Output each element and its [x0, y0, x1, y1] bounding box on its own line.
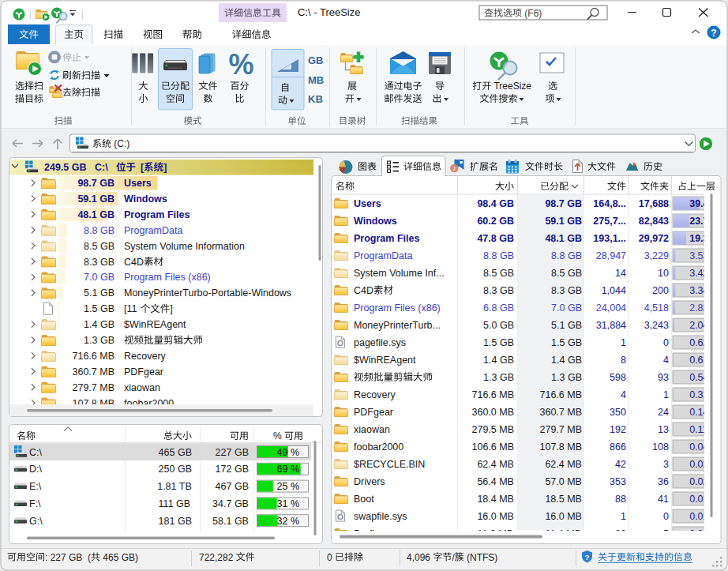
svg-text:System Volume Information: System Volume Information	[124, 241, 245, 252]
svg-text:0: 0	[663, 511, 669, 522]
svg-text:249.5 GB: 249.5 GB	[44, 162, 87, 173]
svg-text:14: 14	[615, 268, 626, 279]
svg-text:279.7 MB: 279.7 MB	[540, 424, 583, 435]
svg-text:4,096: 4,096	[407, 552, 433, 563]
svg-text:3,243: 3,243	[644, 320, 669, 331]
svg-text:8.8 GB: 8.8 GB	[84, 225, 114, 236]
svg-text:4,518: 4,518	[644, 302, 669, 314]
svg-text:swapfile.sys: swapfile.sys	[354, 511, 407, 522]
svg-text:31,884: 31,884	[596, 320, 626, 331]
svg-text:34.7 GB: 34.7 GB	[212, 498, 249, 509]
svg-text:4: 4	[663, 355, 669, 366]
svg-text:C:\: C:\	[95, 162, 108, 173]
svg-text:200: 200	[652, 285, 669, 296]
svg-text:?: ?	[711, 28, 716, 39]
svg-text:C4D: C4D	[354, 285, 373, 296]
svg-text:Recovery: Recovery	[354, 389, 396, 400]
svg-text:29,972: 29,972	[639, 233, 669, 244]
svg-text:8.8 GB: 8.8 GB	[551, 250, 582, 261]
svg-text:E:\: E:\	[29, 481, 42, 492]
svg-text:1.3 GB: 1.3 GB	[84, 335, 114, 346]
svg-text:10: 10	[658, 268, 669, 279]
svg-text:98.4 GB: 98.4 GB	[477, 198, 514, 209]
svg-text:193,1...: 193,1...	[593, 233, 626, 244]
svg-text:%: %	[228, 48, 253, 81]
svg-text:250 GB: 250 GB	[159, 464, 192, 475]
svg-text:1.4 GB: 1.4 GB	[551, 355, 582, 366]
svg-text:Program Files (x86): Program Files (x86)	[354, 302, 441, 314]
svg-text:[11: [11	[124, 303, 140, 314]
svg-text:13: 13	[658, 424, 669, 435]
svg-text:465 GB: 465 GB	[159, 447, 192, 458]
svg-text:1.3 GB: 1.3 GB	[551, 372, 582, 383]
svg-text:279.7 MB: 279.7 MB	[73, 382, 115, 393]
svg-text:Program Files (x86): Program Files (x86)	[124, 272, 211, 283]
svg-text:1.5 GB: 1.5 GB	[483, 337, 514, 348]
svg-text:192: 192	[610, 424, 626, 435]
svg-text:8.5 GB: 8.5 GB	[483, 268, 514, 279]
svg-text:28,947: 28,947	[596, 250, 626, 261]
svg-text:16.0 MB: 16.0 MB	[545, 511, 582, 522]
svg-text:]: ]	[163, 162, 167, 173]
svg-text:Windows: Windows	[124, 193, 167, 205]
svg-text:57.0 MB: 57.0 MB	[545, 476, 582, 487]
svg-text:18.5 MB: 18.5 MB	[545, 494, 582, 505]
svg-text:5.1 GB: 5.1 GB	[84, 287, 114, 299]
svg-text:8.5 GB: 8.5 GB	[84, 241, 114, 252]
svg-text:8.3 GB: 8.3 GB	[483, 285, 514, 296]
svg-text:4: 4	[621, 389, 626, 400]
svg-text:1.81 TB: 1.81 TB	[157, 481, 192, 492]
svg-text:56.4 MB: 56.4 MB	[477, 476, 514, 487]
svg-text:Recovery: Recovery	[124, 351, 167, 362]
svg-text:24: 24	[658, 407, 669, 418]
svg-text:]: ]	[170, 303, 172, 314]
svg-text:1: 1	[621, 511, 626, 522]
svg-text:$WinREAgent: $WinREAgent	[354, 355, 416, 366]
svg-text:48.1 GB: 48.1 GB	[545, 233, 582, 244]
svg-text:36: 36	[658, 476, 669, 487]
svg-text:Program Files: Program Files	[124, 209, 190, 220]
svg-text:353: 353	[610, 476, 626, 487]
svg-text:5.1 GB: 5.1 GB	[551, 320, 582, 331]
svg-text:Users: Users	[354, 198, 381, 209]
svg-text:(C:): (C:)	[111, 138, 129, 149]
svg-text:164,8...: 164,8...	[593, 198, 626, 209]
svg-text:8.3 GB: 8.3 GB	[84, 257, 114, 268]
svg-text:Program Files: Program Files	[354, 233, 419, 244]
svg-text:KB: KB	[308, 93, 323, 105]
svg-text:598: 598	[610, 372, 626, 383]
svg-text:Drivers: Drivers	[354, 476, 385, 487]
svg-text:1.3 GB: 1.3 GB	[483, 372, 514, 383]
svg-text:: 227 GB (: : 227 GB (	[45, 552, 91, 563]
svg-text:3,229: 3,229	[644, 250, 669, 261]
svg-text:F:\: F:\	[29, 498, 41, 509]
svg-text:275,7...: 275,7...	[593, 216, 626, 227]
svg-text:pagefile.sys: pagefile.sys	[354, 337, 406, 348]
svg-text:1.5 GB: 1.5 GB	[84, 303, 114, 314]
svg-text:360.7 MB: 360.7 MB	[73, 366, 115, 378]
svg-text:xiaowan: xiaowan	[354, 424, 390, 435]
svg-text:716.6 MB: 716.6 MB	[540, 389, 583, 400]
svg-text:PDFgear: PDFgear	[124, 366, 163, 378]
svg-text:62.4 MB: 62.4 MB	[545, 459, 582, 470]
svg-text:59.1 GB: 59.1 GB	[77, 193, 114, 205]
svg-text:MoneyPrinterTurbo-Portable-Win: MoneyPrinterTurbo-Portable-Windows	[124, 287, 291, 299]
svg-text:7.0 GB: 7.0 GB	[84, 272, 114, 283]
svg-text:42: 42	[615, 459, 626, 470]
svg-text:$WinREAgent: $WinREAgent	[124, 319, 186, 330]
svg-text:MB: MB	[308, 74, 324, 86]
svg-text:62.4 MB: 62.4 MB	[477, 459, 514, 470]
svg-text:181 GB: 181 GB	[159, 516, 192, 527]
svg-text:106.6 MB: 106.6 MB	[472, 441, 515, 453]
svg-text:0: 0	[327, 552, 335, 563]
svg-text:6.8 GB: 6.8 GB	[483, 302, 514, 314]
svg-text:58.1 GB: 58.1 GB	[212, 516, 249, 527]
svg-text:C:\ - TreeSize: C:\ - TreeSize	[298, 6, 360, 18]
svg-text:48.1 GB: 48.1 GB	[77, 209, 114, 220]
svg-text:465 GB): 465 GB)	[100, 552, 138, 563]
svg-text:227 GB: 227 GB	[216, 447, 249, 458]
svg-text:111 GB: 111 GB	[159, 498, 191, 509]
svg-text:82,843: 82,843	[639, 216, 669, 227]
svg-text:8.8 GB: 8.8 GB	[483, 250, 514, 261]
svg-text:GB: GB	[308, 54, 324, 66]
